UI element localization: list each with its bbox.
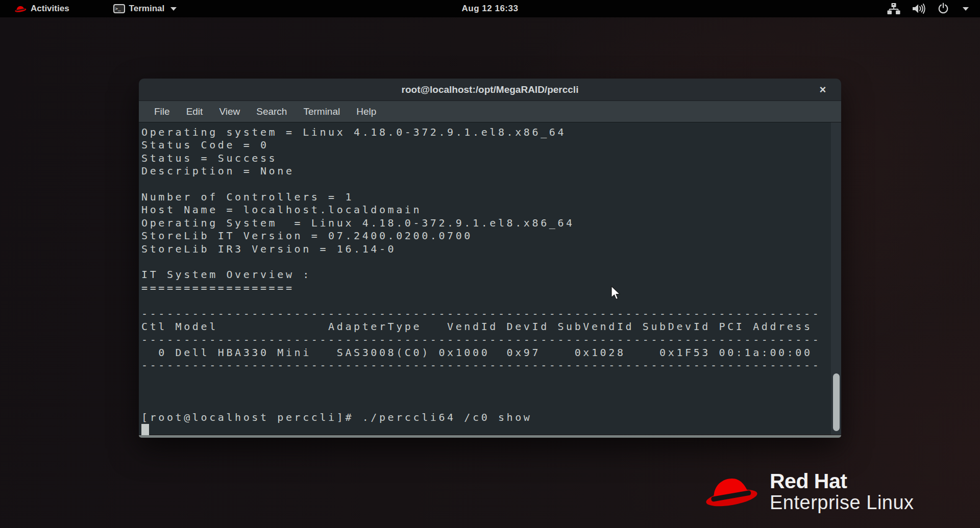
system-menu-chevron-icon[interactable]	[963, 7, 969, 11]
top-bar: Activities >_ Terminal Aug 12 16:33	[0, 0, 980, 17]
menu-help[interactable]: Help	[348, 101, 384, 122]
window-title: root@localhost:/opt/MegaRAID/perccli	[402, 84, 579, 95]
app-menu-label: Terminal	[129, 4, 165, 14]
terminal-cursor	[141, 424, 149, 436]
network-icon[interactable]	[887, 3, 900, 15]
terminal-screen[interactable]: Operating system = Linux 4.18.0-372.9.1.…	[139, 122, 841, 435]
menu-terminal[interactable]: Terminal	[295, 101, 348, 122]
menu-file[interactable]: File	[146, 101, 178, 122]
volume-icon[interactable]	[912, 3, 926, 15]
window-titlebar[interactable]: root@localhost:/opt/MegaRAID/perccli ×	[139, 79, 841, 101]
close-button[interactable]: ×	[816, 83, 830, 97]
menu-view[interactable]: View	[211, 101, 248, 122]
terminal-menubar: File Edit View Search Terminal Help	[139, 101, 841, 122]
mouse-pointer	[610, 286, 622, 303]
redhat-fedora-logo-icon	[703, 472, 758, 512]
chevron-down-icon	[170, 7, 177, 11]
terminal-output: Operating system = Linux 4.18.0-372.9.1.…	[139, 122, 841, 435]
scrollbar-thumb[interactable]	[833, 373, 840, 431]
terminal-window: root@localhost:/opt/MegaRAID/perccli × F…	[139, 79, 841, 438]
app-menu-terminal[interactable]: >_ Terminal	[109, 0, 181, 17]
terminal-app-icon: >_	[113, 4, 125, 13]
brand-product: Enterprise Linux	[770, 492, 914, 513]
activities-button[interactable]: Activities	[10, 0, 74, 17]
brand-name: Red Hat	[770, 470, 914, 492]
activities-label: Activities	[31, 4, 69, 14]
scrollbar-track[interactable]	[831, 122, 841, 435]
redhat-fedora-icon	[14, 5, 27, 13]
power-icon[interactable]	[937, 3, 949, 15]
menu-search[interactable]: Search	[248, 101, 295, 122]
menu-edit[interactable]: Edit	[178, 101, 211, 122]
redhat-branding: Red Hat Enterprise Linux	[703, 470, 914, 513]
